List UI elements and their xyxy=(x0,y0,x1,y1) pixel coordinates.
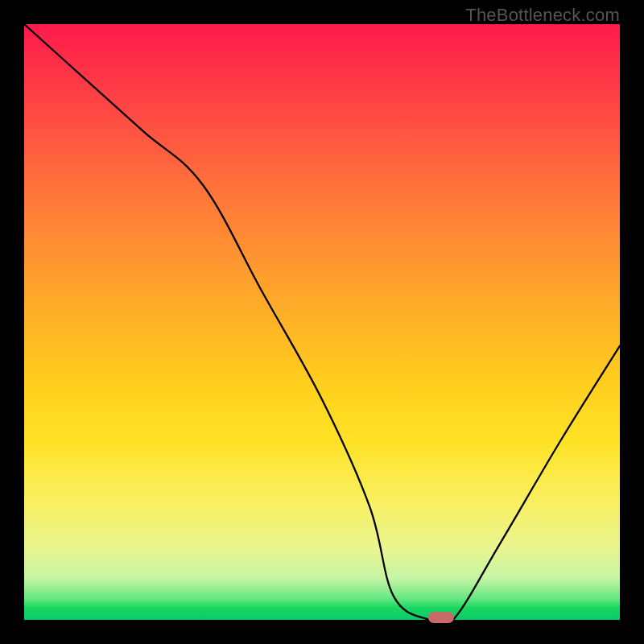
plot-area xyxy=(24,24,620,620)
chart-container: TheBottleneck.com xyxy=(0,0,644,644)
optimal-point-marker xyxy=(428,612,454,623)
bottleneck-curve xyxy=(24,24,620,620)
watermark-label: TheBottleneck.com xyxy=(465,5,620,26)
